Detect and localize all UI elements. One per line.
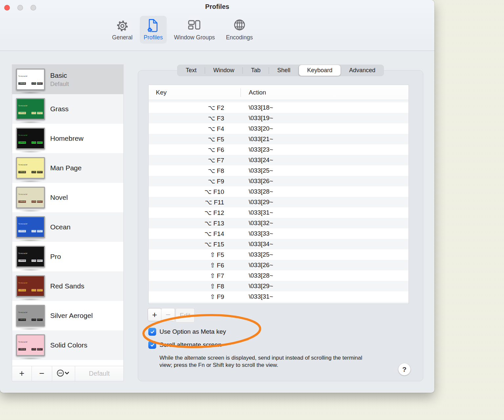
key-cell: ⌥ F4 — [149, 125, 232, 133]
profile-name: Homebrew — [50, 135, 84, 142]
option-row-scroll-alternate-screen: Scroll alternate screen — [148, 341, 221, 349]
toolbar-item-profiles[interactable]: Profiles — [140, 16, 167, 44]
action-cell: \033[29~ — [232, 283, 273, 290]
action-cell: \033[26~ — [232, 262, 273, 269]
key-cell: ⌥ F6 — [149, 146, 232, 154]
action-cell: \033[19~ — [232, 115, 273, 122]
globe-icon — [232, 17, 247, 34]
action-cell: \033[26~ — [232, 178, 273, 185]
tab-advanced[interactable]: Advanced — [341, 65, 384, 76]
table-header: Key Action — [149, 85, 409, 100]
profile-list-item-silver-aerogel[interactable]: Terminal# COMMAND%CPURPRVT top 4.1% 231K… — [12, 301, 123, 330]
profile-thumbnail: Terminal# COMMAND%CPURPRVT top 4.1% 231K… — [16, 187, 46, 208]
table-row[interactable]: ⇧ F7 \033[28~ — [149, 270, 409, 281]
remove-profile-button[interactable]: − — [32, 366, 52, 381]
toolbar-item-window-groups[interactable]: Window Groups — [170, 16, 219, 44]
profile-name: Basic — [50, 72, 69, 79]
key-cell: ⌥ F5 — [149, 136, 232, 143]
toolbar-item-label: Encodings — [226, 34, 253, 41]
more-options-button[interactable] — [52, 366, 75, 381]
profile-name: Solid Colors — [50, 341, 87, 349]
profile-list-item-basic[interactable]: Terminal# COMMAND%CPURPRVT top 4.1% 231K… — [12, 65, 123, 94]
profile-list-item-novel[interactable]: Terminal# COMMAND%CPURPRVT top 4.1% 231K… — [12, 183, 123, 212]
key-table-body: ⌥ F2 \033[18~ ⌥ F3 \033[19~ ⌥ F4 \033[20… — [149, 102, 409, 302]
profile-thumbnail: Terminal# COMMAND%CPURPRVT top 4.1% 231K… — [16, 128, 46, 149]
tab-tab[interactable]: Tab — [243, 65, 269, 76]
remove-shortcut-button[interactable]: − — [161, 308, 175, 321]
action-cell: \033[18~ — [232, 104, 273, 111]
checkmark-icon — [150, 329, 155, 334]
checkbox-label: Scroll alternate screen — [159, 341, 221, 348]
key-cell: ⌥ F9 — [149, 178, 232, 185]
table-row[interactable]: ⇧ F6 \033[26~ — [149, 260, 409, 270]
checkbox-label: Use Option as Meta key — [159, 328, 226, 335]
profile-list-item-solid-colors[interactable]: Terminal# COMMAND%CPURPRVT top 4.1% 231K… — [12, 330, 123, 360]
table-row[interactable]: ⌥ F11 \033[29~ — [149, 197, 409, 207]
toolbar: General Profiles — [0, 16, 365, 44]
table-row[interactable]: ⌥ F13 \033[32~ — [149, 218, 409, 228]
use-option-as-meta-checkbox[interactable] — [148, 328, 156, 336]
profile-thumbnail: Terminal# COMMAND%CPURPRVT top 4.1% 231K… — [16, 334, 46, 356]
table-bottom-stripe — [149, 302, 409, 304]
profile-name: Novel — [50, 194, 68, 201]
table-row[interactable]: ⌥ F4 \033[20~ — [149, 123, 409, 134]
profile-thumbnail: Terminal# COMMAND%CPURPRVT top 4.1% 231K… — [16, 246, 46, 267]
profile-name: Silver Aerogel — [50, 312, 93, 320]
key-cell: ⇧ F7 — [149, 272, 232, 280]
tab-window[interactable]: Window — [205, 65, 242, 76]
table-row[interactable]: ⌥ F2 \033[18~ — [149, 102, 409, 113]
tab-shell[interactable]: Shell — [269, 65, 299, 76]
titlebar: Profiles General — [0, 0, 434, 51]
scroll-alternate-help-text: While the alternate screen is displayed,… — [159, 354, 374, 368]
toolbar-item-general[interactable]: General — [108, 16, 136, 44]
gear-icon — [115, 17, 130, 34]
key-cell: ⇧ F9 — [149, 293, 232, 301]
table-row[interactable]: ⇧ F8 \033[29~ — [149, 281, 409, 291]
help-button[interactable]: ? — [398, 363, 410, 375]
table-row[interactable]: ⇧ F5 \033[25~ — [149, 249, 409, 260]
profile-name: Red Sands — [50, 282, 84, 290]
action-cell: \033[33~ — [232, 230, 273, 237]
table-row[interactable]: ⌥ F6 \033[23~ — [149, 144, 409, 155]
set-default-button[interactable]: Default — [75, 366, 123, 381]
profile-list-item-grass[interactable]: Terminal# COMMAND%CPURPRVT top 4.1% 231K… — [12, 94, 123, 124]
action-cell: \033[32~ — [232, 220, 273, 227]
table-row[interactable]: ⌥ F12 \033[31~ — [149, 207, 409, 218]
key-cell: ⌥ F7 — [149, 157, 232, 164]
table-row[interactable]: ⌥ F15 \033[34~ — [149, 239, 409, 249]
column-header-key[interactable]: Key — [149, 89, 241, 96]
toolbar-item-label: Window Groups — [174, 34, 215, 41]
tab-keyboard[interactable]: Keyboard — [299, 65, 341, 76]
profile-list-item-man-page[interactable]: Terminal# COMMAND%CPURPRVT top 4.1% 231K… — [12, 153, 123, 183]
toolbar-item-encodings[interactable]: Encodings — [222, 16, 257, 44]
action-cell: \033[21~ — [232, 136, 273, 143]
add-profile-button[interactable]: + — [12, 366, 32, 381]
action-cell: \033[28~ — [232, 272, 273, 279]
desktop: Profiles General — [0, 0, 504, 420]
profile-list-item-ocean[interactable]: Terminal# COMMAND%CPURPRVT top 4.1% 231K… — [12, 212, 123, 242]
table-row[interactable]: ⌥ F14 \033[33~ — [149, 228, 409, 239]
key-cell: ⌥ F13 — [149, 220, 232, 227]
add-shortcut-button[interactable]: + — [148, 308, 161, 321]
key-cell: ⌥ F3 — [149, 115, 232, 122]
table-row[interactable]: ⇧ F9 \033[31~ — [149, 291, 409, 302]
shortcut-edit-bar: + − Edit — [148, 308, 195, 323]
profile-name: Ocean — [50, 223, 71, 231]
scroll-alternate-screen-checkbox[interactable] — [148, 341, 156, 349]
tab-text[interactable]: Text — [178, 65, 205, 76]
key-cell: ⌥ F11 — [149, 199, 232, 206]
table-row[interactable]: ⌥ F3 \033[19~ — [149, 113, 409, 123]
table-row[interactable]: ⌥ F8 \033[25~ — [149, 165, 409, 176]
key-cell: ⇧ F8 — [149, 283, 232, 290]
profile-list-item-red-sands[interactable]: Terminal# COMMAND%CPURPRVT top 4.1% 231K… — [12, 271, 123, 301]
table-row[interactable]: ⌥ F5 \033[21~ — [149, 134, 409, 144]
action-cell: \033[28~ — [232, 188, 273, 195]
profile-list-item-homebrew[interactable]: Terminal# COMMAND%CPURPRVT top 4.1% 231K… — [12, 124, 123, 153]
profile-list-item-pro[interactable]: Terminal# COMMAND%CPURPRVT top 4.1% 231K… — [12, 242, 123, 271]
profile-subtitle: Default — [50, 81, 69, 88]
table-row[interactable]: ⌥ F9 \033[26~ — [149, 176, 409, 186]
table-row[interactable]: ⌥ F10 \033[28~ — [149, 186, 409, 197]
edit-shortcut-button[interactable]: Edit — [176, 308, 195, 323]
column-header-action[interactable]: Action — [241, 89, 266, 96]
table-row[interactable]: ⌥ F7 \033[24~ — [149, 155, 409, 165]
